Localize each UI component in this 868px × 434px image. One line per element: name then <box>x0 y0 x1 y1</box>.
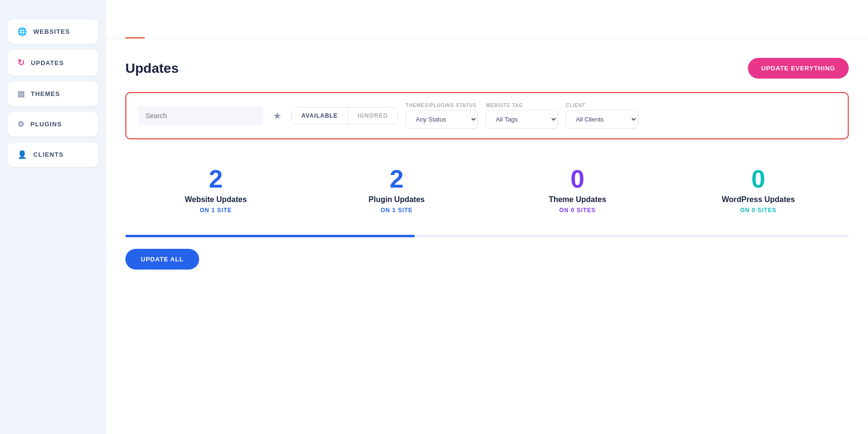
content-area: Updates UPDATE EVERYTHING ★ AVAILABLE IG… <box>106 39 868 289</box>
plugin-updates-sublabel: ON 1 SITE <box>314 207 479 214</box>
wordpress-updates-sublabel: ON 0 SITES <box>676 207 841 214</box>
progress-bar-container <box>125 235 849 237</box>
plugins-icon: ⚙ <box>17 120 25 129</box>
page-header: Updates UPDATE EVERYTHING <box>125 58 849 79</box>
sidebar-item-websites[interactable]: 🌐 WEBSITES <box>8 19 98 44</box>
tag-filter-select[interactable]: All Tags Tag 1 Tag 2 <box>486 110 558 129</box>
website-updates-stat: 2 Website Updates ON 1 SITE <box>125 157 306 223</box>
theme-updates-number: 0 <box>495 166 660 191</box>
tag-filter-label: WEBSITE TAG <box>486 103 558 108</box>
toggle-ignored-button[interactable]: IGNORED <box>348 108 398 124</box>
sidebar-item-label: THEMES <box>31 90 60 97</box>
filter-bar: ★ AVAILABLE IGNORED THEMES/PLUGINS STATU… <box>125 92 849 139</box>
wordpress-updates-number: 0 <box>676 166 841 191</box>
favorites-star-button[interactable]: ★ <box>271 108 284 123</box>
sidebar-item-label: WEBSITES <box>33 28 70 35</box>
update-all-button[interactable]: UPDATE ALL <box>125 249 199 270</box>
plugin-updates-label: Plugin Updates <box>314 195 479 204</box>
website-updates-number: 2 <box>133 166 298 191</box>
website-updates-sublabel: ON 1 SITE <box>133 207 298 214</box>
wordpress-updates-label: WordPress Updates <box>676 195 841 204</box>
themes-icon: ▤ <box>17 89 25 98</box>
sidebar: 🌐 WEBSITES ↻ UPDATES ▤ THEMES ⚙ PLUGINS … <box>0 0 106 434</box>
main-content: Updates UPDATE EVERYTHING ★ AVAILABLE IG… <box>106 0 868 434</box>
client-filter-select[interactable]: All Clients Client 1 Client 2 <box>566 110 638 129</box>
sidebar-item-plugins[interactable]: ⚙ PLUGINS <box>8 112 98 136</box>
updates-icon: ↻ <box>17 57 25 68</box>
plugin-updates-number: 2 <box>314 166 479 191</box>
client-filter-wrapper: CLIENT All Clients Client 1 Client 2 <box>566 103 638 129</box>
toggle-available-button[interactable]: AVAILABLE <box>292 108 348 124</box>
status-filter-label: THEMES/PLUGINS STATUS <box>406 103 478 108</box>
stats-row: 2 Website Updates ON 1 SITE 2 Plugin Upd… <box>125 157 849 223</box>
search-input[interactable] <box>138 106 263 125</box>
update-everything-button[interactable]: UPDATE EVERYTHING <box>748 58 849 79</box>
plugin-updates-stat: 2 Plugin Updates ON 1 SITE <box>306 157 487 223</box>
clients-icon: 👤 <box>17 150 27 159</box>
status-filter-select[interactable]: Any Status Up to Date Needs Update <box>406 110 478 129</box>
wordpress-updates-stat: 0 WordPress Updates ON 0 SITES <box>668 157 849 223</box>
sidebar-item-label: PLUGINS <box>30 121 62 128</box>
sidebar-item-updates[interactable]: ↻ UPDATES <box>8 50 98 76</box>
sidebar-item-label: UPDATES <box>31 59 64 67</box>
tag-filter-wrapper: WEBSITE TAG All Tags Tag 1 Tag 2 <box>486 103 558 129</box>
status-filter-wrapper: THEMES/PLUGINS STATUS Any Status Up to D… <box>406 103 478 129</box>
top-tab-active[interactable] <box>125 22 145 39</box>
website-updates-label: Website Updates <box>133 195 298 204</box>
available-ignored-toggle: AVAILABLE IGNORED <box>291 107 398 124</box>
top-bar <box>106 0 868 39</box>
theme-updates-label: Theme Updates <box>495 195 660 204</box>
globe-icon: 🌐 <box>17 27 27 36</box>
theme-updates-stat: 0 Theme Updates ON 0 SITES <box>487 157 668 223</box>
client-filter-label: CLIENT <box>566 103 638 108</box>
sidebar-item-clients[interactable]: 👤 CLIENTS <box>8 142 98 167</box>
sidebar-item-themes[interactable]: ▤ THEMES <box>8 81 98 106</box>
progress-bar-fill <box>125 235 415 237</box>
theme-updates-sublabel: ON 0 SITES <box>495 207 660 214</box>
page-title: Updates <box>125 61 178 76</box>
sidebar-item-label: CLIENTS <box>33 151 64 158</box>
